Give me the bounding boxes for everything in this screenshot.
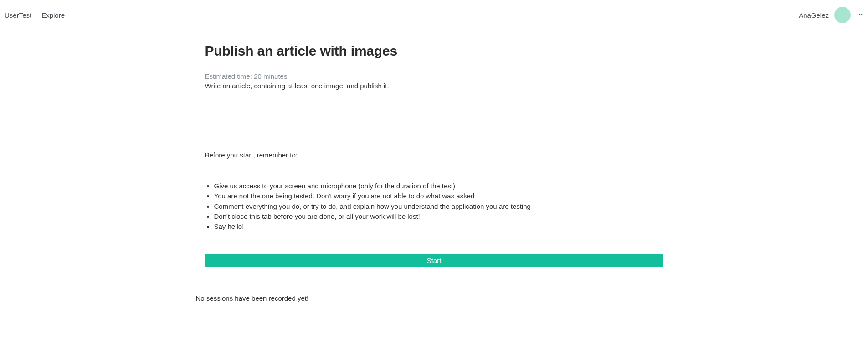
chevron-down-icon[interactable] — [858, 11, 863, 19]
nav-right: AnaGelez — [799, 7, 863, 23]
before-start-heading: Before you start, remember to: — [205, 151, 663, 159]
content-wrap: Publish an article with images Estimated… — [200, 43, 668, 267]
reminder-list: Give us access to your screen and microp… — [205, 182, 663, 231]
list-item: Say hello! — [214, 222, 663, 231]
sessions-wrap: No sessions have been recorded yet! — [191, 294, 677, 302]
brand-link[interactable]: UserTest — [5, 11, 31, 19]
site-header: UserTest Explore AnaGelez — [0, 0, 868, 30]
list-item: Don't close this tab before you are done… — [214, 212, 663, 221]
estimated-time: Estimated time: 20 minutes — [205, 72, 663, 80]
page-title: Publish an article with images — [205, 43, 663, 59]
list-item: Give us access to your screen and microp… — [214, 182, 663, 191]
instruction-text: Write an article, containing at least on… — [205, 82, 663, 90]
divider — [205, 120, 663, 120]
avatar[interactable] — [834, 7, 851, 23]
list-item: You are not the one being tested. Don't … — [214, 192, 663, 201]
nav-left: UserTest Explore — [5, 11, 65, 19]
no-sessions-text: No sessions have been recorded yet! — [196, 294, 673, 302]
list-item: Comment everything you do, or try to do,… — [214, 202, 663, 211]
start-button[interactable]: Start — [205, 254, 663, 267]
explore-link[interactable]: Explore — [41, 11, 65, 19]
username-label[interactable]: AnaGelez — [799, 11, 829, 19]
